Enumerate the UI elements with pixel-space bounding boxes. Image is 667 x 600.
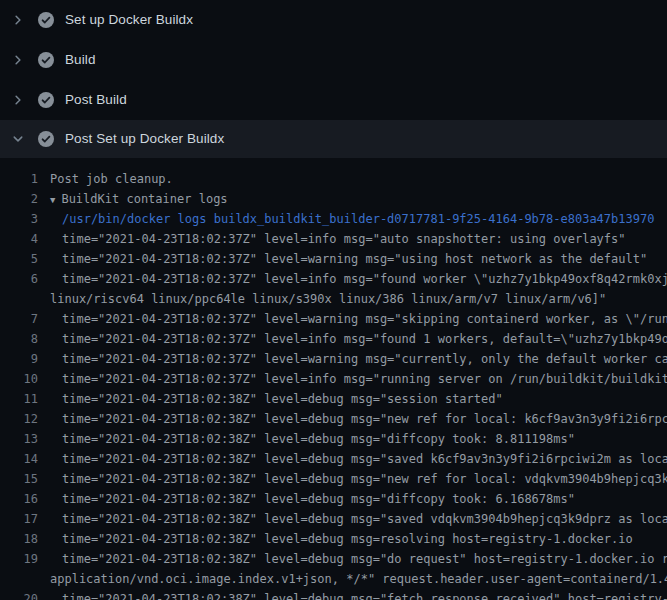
- log-line: 20 time="2021-04-23T18:02:38Z" level=deb…: [0, 589, 667, 600]
- log-text: time="2021-04-23T18:02:37Z" level=warnin…: [50, 249, 647, 269]
- log-text: time="2021-04-23T18:02:38Z" level=debug …: [50, 529, 633, 549]
- log-text-content: time="2021-04-23T18:02:37Z" level=info m…: [62, 332, 667, 346]
- log-line: 3 /usr/bin/docker logs buildx_buildkit_b…: [0, 209, 667, 229]
- log-text: time="2021-04-23T18:02:38Z" level=debug …: [50, 589, 667, 600]
- log-text: time="2021-04-23T18:02:38Z" level=debug …: [50, 489, 575, 509]
- log-text-content: time="2021-04-23T18:02:37Z" level=info m…: [62, 372, 667, 386]
- line-number-link[interactable]: 11: [0, 389, 38, 409]
- log-text-content: time="2021-04-23T18:02:38Z" level=debug …: [62, 452, 667, 466]
- log-line: 13 time="2021-04-23T18:02:38Z" level=deb…: [0, 429, 667, 449]
- log-text: time="2021-04-23T18:02:37Z" level=warnin…: [50, 309, 667, 329]
- check-circle-icon: [38, 131, 54, 147]
- line-number-link[interactable]: 19: [0, 549, 38, 569]
- log-text-content: time="2021-04-23T18:02:37Z" level=warnin…: [62, 252, 647, 266]
- log-line: 4 time="2021-04-23T18:02:37Z" level=info…: [0, 229, 667, 249]
- log-text-content: time="2021-04-23T18:02:38Z" level=debug …: [62, 432, 575, 446]
- step-label: Post Set up Docker Buildx: [65, 132, 224, 146]
- log-text-content: /usr/bin/docker logs buildx_buildkit_bui…: [62, 212, 654, 226]
- log-line: application/vnd.oci.image.index.v1+json,…: [0, 569, 667, 589]
- line-number-link[interactable]: 6: [0, 269, 38, 289]
- log-text: time="2021-04-23T18:02:38Z" level=debug …: [50, 429, 575, 449]
- check-circle-icon: [38, 52, 54, 68]
- step-label: Build: [65, 53, 96, 67]
- log-text: time="2021-04-23T18:02:37Z" level=info m…: [50, 329, 667, 349]
- log-text: time="2021-04-23T18:02:38Z" level=debug …: [50, 389, 503, 409]
- log-line: 6 time="2021-04-23T18:02:37Z" level=info…: [0, 269, 667, 289]
- step-row[interactable]: Set up Docker Buildx: [0, 0, 667, 40]
- group-collapse-icon[interactable]: ▼: [50, 195, 55, 205]
- step-row[interactable]: Build: [0, 40, 667, 80]
- actions-log-viewer: Set up Docker Buildx Build Post Buil: [0, 0, 667, 600]
- check-circle-icon: [38, 12, 54, 28]
- line-number-link[interactable]: 16: [0, 489, 38, 509]
- log-group-toggle[interactable]: 2 ▼BuildKit container logs: [0, 189, 667, 209]
- log-text-content: time="2021-04-23T18:02:37Z" level=info m…: [62, 232, 626, 246]
- line-number-link[interactable]: 15: [0, 469, 38, 489]
- log-line: 15 time="2021-04-23T18:02:38Z" level=deb…: [0, 469, 667, 489]
- chevron-right-icon[interactable]: [12, 94, 24, 106]
- line-number-link[interactable]: 4: [0, 229, 38, 249]
- log-text-content: time="2021-04-23T18:02:38Z" level=debug …: [62, 512, 667, 526]
- log-line: 7 time="2021-04-23T18:02:37Z" level=warn…: [0, 309, 667, 329]
- log-text-content: linux/riscv64 linux/ppc64le linux/s390x …: [50, 292, 606, 306]
- step-row[interactable]: Post Build: [0, 80, 667, 120]
- log-line: 16 time="2021-04-23T18:02:38Z" level=deb…: [0, 489, 667, 509]
- log-line: 17 time="2021-04-23T18:02:38Z" level=deb…: [0, 509, 667, 529]
- line-number-link[interactable]: 9: [0, 349, 38, 369]
- log-text-content: time="2021-04-23T18:02:38Z" level=debug …: [62, 552, 667, 566]
- steps-list: Set up Docker Buildx Build Post Buil: [0, 0, 667, 158]
- log-text: Post job cleanup.: [50, 169, 173, 189]
- log-text: time="2021-04-23T18:02:37Z" level=info m…: [50, 269, 667, 289]
- log-line: 1 Post job cleanup.: [0, 169, 667, 189]
- line-number-link[interactable]: 13: [0, 429, 38, 449]
- log-text-content: time="2021-04-23T18:02:37Z" level=warnin…: [62, 352, 667, 366]
- log-text: time="2021-04-23T18:02:37Z" level=info m…: [50, 369, 667, 389]
- log-text-content: application/vnd.oci.image.index.v1+json,…: [50, 572, 667, 586]
- log-text: time="2021-04-23T18:02:38Z" level=debug …: [50, 409, 667, 429]
- line-number-link[interactable]: 10: [0, 369, 38, 389]
- line-number-link[interactable]: 17: [0, 509, 38, 529]
- chevron-right-icon[interactable]: [12, 14, 24, 26]
- step-row[interactable]: Post Set up Docker Buildx: [0, 120, 667, 158]
- chevron-down-icon[interactable]: [12, 133, 24, 145]
- log-text: time="2021-04-23T18:02:38Z" level=debug …: [50, 509, 667, 529]
- log-line: 14 time="2021-04-23T18:02:38Z" level=deb…: [0, 449, 667, 469]
- log-line: 9 time="2021-04-23T18:02:37Z" level=warn…: [0, 349, 667, 369]
- log-text: linux/riscv64 linux/ppc64le linux/s390x …: [50, 289, 606, 309]
- log-text-content: time="2021-04-23T18:02:38Z" level=debug …: [62, 532, 633, 546]
- line-number-link[interactable]: 3: [0, 209, 38, 229]
- log-text: time="2021-04-23T18:02:38Z" level=debug …: [50, 449, 667, 469]
- log-text-content: time="2021-04-23T18:02:37Z" level=warnin…: [62, 312, 667, 326]
- log-line: 19 time="2021-04-23T18:02:38Z" level=deb…: [0, 549, 667, 569]
- log-line: 18 time="2021-04-23T18:02:38Z" level=deb…: [0, 529, 667, 549]
- log-line: 12 time="2021-04-23T18:02:38Z" level=deb…: [0, 409, 667, 429]
- log-text: time="2021-04-23T18:02:38Z" level=debug …: [50, 469, 667, 489]
- log-line: linux/riscv64 linux/ppc64le linux/s390x …: [0, 289, 667, 309]
- log-text-content: Post job cleanup.: [50, 172, 173, 186]
- log-text-content: time="2021-04-23T18:02:37Z" level=info m…: [62, 272, 667, 286]
- log-text-content: BuildKit container logs: [61, 192, 227, 206]
- chevron-right-icon[interactable]: [12, 54, 24, 66]
- log-line: 5 time="2021-04-23T18:02:37Z" level=warn…: [0, 249, 667, 269]
- log-text: ▼BuildKit container logs: [50, 189, 228, 210]
- step-label: Post Build: [65, 93, 127, 107]
- line-number-link[interactable]: 2: [0, 189, 38, 209]
- log-text: application/vnd.oci.image.index.v1+json,…: [50, 569, 667, 589]
- line-number-link[interactable]: 7: [0, 309, 38, 329]
- log-text-content: time="2021-04-23T18:02:38Z" level=debug …: [62, 492, 575, 506]
- line-number-link[interactable]: 8: [0, 329, 38, 349]
- line-number-link[interactable]: 5: [0, 249, 38, 269]
- line-number-link[interactable]: 14: [0, 449, 38, 469]
- line-number-link[interactable]: 1: [0, 169, 38, 189]
- log-text: /usr/bin/docker logs buildx_buildkit_bui…: [50, 209, 654, 229]
- log-text-content: time="2021-04-23T18:02:38Z" level=debug …: [62, 592, 667, 600]
- line-number-link[interactable]: 18: [0, 529, 38, 549]
- log-text-content: time="2021-04-23T18:02:38Z" level=debug …: [62, 412, 667, 426]
- step-label: Set up Docker Buildx: [65, 13, 193, 27]
- log-text: time="2021-04-23T18:02:38Z" level=debug …: [50, 549, 667, 569]
- log-text-content: time="2021-04-23T18:02:38Z" level=debug …: [62, 392, 503, 406]
- line-number-link[interactable]: 20: [0, 589, 38, 600]
- log-line: 11 time="2021-04-23T18:02:38Z" level=deb…: [0, 389, 667, 409]
- log-area: 1 Post job cleanup. 2 ▼BuildKit containe…: [0, 158, 667, 600]
- line-number-link[interactable]: 12: [0, 409, 38, 429]
